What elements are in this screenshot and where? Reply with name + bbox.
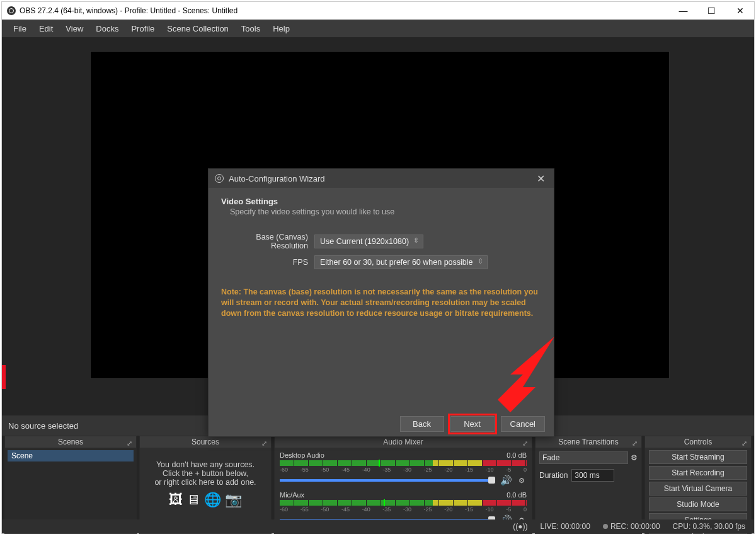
scene-item[interactable]: Scene <box>8 450 134 461</box>
menu-view[interactable]: View <box>59 21 89 36</box>
meter-ticks: -60-55-50-45-40-35-30-25-20-15-10-50 <box>280 506 527 513</box>
app-window: OBS 27.2.4 (64-bit, windows) - Profile: … <box>1 1 755 534</box>
canvas-resolution-label: Base (Canvas) Resolution <box>221 233 314 250</box>
meter-ticks: -60-55-50-45-40-35-30-25-20-15-10-50 <box>280 467 527 473</box>
transition-select[interactable]: Fade <box>539 451 628 464</box>
menu-tools[interactable]: Tools <box>235 21 266 36</box>
popout-icon[interactable]: ⤢ <box>127 438 132 449</box>
track-db: 0.0 dB <box>507 451 527 459</box>
sources-header: Sources ⤢ <box>140 436 271 448</box>
chevron-updown-icon: ⇳ <box>413 236 419 245</box>
record-dot-icon <box>603 524 608 529</box>
track-name: Desktop Audio <box>280 451 324 459</box>
volume-slider[interactable] <box>280 479 495 482</box>
mixer-track-desktop: Desktop Audio 0.0 dB -60-55-50-45-40-35-… <box>280 451 527 486</box>
status-bar: ((●)) LIVE: 00:00:00 REC: 00:00:00 CPU: … <box>2 519 754 533</box>
scenes-list[interactable]: Scene <box>5 448 136 521</box>
menu-docks[interactable]: Docks <box>89 21 125 36</box>
sources-empty-line3: or right click here to add one. <box>154 478 256 487</box>
back-button[interactable]: Back <box>400 416 444 432</box>
duration-label: Duration <box>539 471 568 480</box>
menu-scene-collection[interactable]: Scene Collection <box>161 21 235 36</box>
track-db: 0.0 dB <box>507 491 527 499</box>
vu-meter <box>280 500 527 506</box>
display-source-icon: 🖥 <box>186 492 200 508</box>
wizard-close-button[interactable]: ✕ <box>534 173 547 185</box>
auto-config-wizard-dialog: Auto-Configuration Wizard ✕ Video Settin… <box>208 168 554 437</box>
wizard-footer: Back Next Cancel <box>209 411 554 436</box>
cancel-button[interactable]: Cancel <box>501 416 545 432</box>
track-name: Mic/Aux <box>280 491 304 499</box>
next-button[interactable]: Next <box>450 416 495 432</box>
fps-select[interactable]: Either 60 or 30, but prefer 60 when poss… <box>314 255 488 269</box>
wizard-body: Video Settings Specify the video setting… <box>209 188 554 411</box>
duration-input[interactable]: 300 ms <box>571 469 614 482</box>
obs-icon <box>215 174 224 183</box>
controls-header: Controls ⤢ <box>645 436 751 448</box>
obs-app-icon <box>7 6 16 15</box>
wizard-subheading: Specify the video settings you would lik… <box>221 207 541 216</box>
popout-icon[interactable]: ⤢ <box>742 438 747 449</box>
canvas-resolution-select[interactable]: Use Current (1920x1080)⇳ <box>314 235 423 248</box>
camera-source-icon: 📷 <box>225 492 242 508</box>
mixer-title: Audio Mixer <box>383 438 423 446</box>
transition-settings-button[interactable]: ⚙ <box>631 453 638 462</box>
sources-empty-state[interactable]: You don't have any sources. Click the + … <box>140 448 271 521</box>
wizard-titlebar: Auto-Configuration Wizard ✕ <box>209 169 554 188</box>
popout-icon[interactable]: ⤢ <box>522 438 528 449</box>
studio-mode-button[interactable]: Studio Mode <box>649 497 747 511</box>
image-source-icon: 🖼 <box>169 492 183 508</box>
controls-title: Controls <box>684 438 713 446</box>
maximize-button[interactable]: ☐ <box>697 2 726 20</box>
titlebar: OBS 27.2.4 (64-bit, windows) - Profile: … <box>2 2 754 20</box>
speaker-icon[interactable]: 🔊 <box>500 475 512 486</box>
scenes-title: Scenes <box>58 438 83 446</box>
window-title: OBS 27.2.4 (64-bit, windows) - Profile: … <box>20 6 669 15</box>
broadcast-icon: ((●)) <box>513 522 527 531</box>
wizard-title: Auto-Configuration Wizard <box>229 174 324 183</box>
popout-icon[interactable]: ⤢ <box>632 438 638 449</box>
wizard-heading: Video Settings <box>221 197 541 206</box>
wizard-note: Note: The canvas (base) resolution is no… <box>221 287 541 319</box>
sources-empty-line1: You don't have any sources. <box>156 460 255 469</box>
mixer-header: Audio Mixer ⤢ <box>275 436 532 448</box>
sources-empty-line2: Click the + button below, <box>163 469 248 478</box>
minimize-button[interactable]: — <box>669 2 697 20</box>
transitions-header: Scene Transitions ⤢ <box>536 436 641 448</box>
start-recording-button[interactable]: Start Recording <box>649 466 747 480</box>
fps-label: FPS <box>221 258 314 267</box>
start-streaming-button[interactable]: Start Streaming <box>649 450 747 464</box>
no-source-selected-label: No source selected <box>8 421 78 431</box>
decorative-red-edge <box>2 365 6 389</box>
menu-file[interactable]: File <box>7 21 33 36</box>
scenes-header: Scenes ⤢ <box>5 436 136 448</box>
status-cpu: CPU: 0.3%, 30.00 fps <box>673 522 745 531</box>
popout-icon[interactable]: ⤢ <box>261 438 267 449</box>
menu-profile[interactable]: Profile <box>125 21 161 36</box>
start-virtual-camera-button[interactable]: Start Virtual Camera <box>649 482 747 496</box>
track-settings-button[interactable]: ⚙ <box>517 477 527 485</box>
chevron-updown-icon: ⇳ <box>478 257 483 265</box>
menu-help[interactable]: Help <box>266 21 296 36</box>
menu-edit[interactable]: Edit <box>33 21 59 36</box>
menu-bar: File Edit View Docks Profile Scene Colle… <box>2 20 754 37</box>
globe-source-icon: 🌐 <box>204 492 221 508</box>
status-live: LIVE: 00:00:00 <box>540 522 590 531</box>
transitions-title: Scene Transitions <box>558 438 618 446</box>
status-rec: REC: 00:00:00 <box>610 522 660 531</box>
sources-title: Sources <box>192 438 219 446</box>
vu-meter <box>280 460 527 466</box>
close-button[interactable]: ✕ <box>726 2 754 20</box>
app-body: No source selected ⚙ Properties Scenes ⤢… <box>2 37 754 533</box>
